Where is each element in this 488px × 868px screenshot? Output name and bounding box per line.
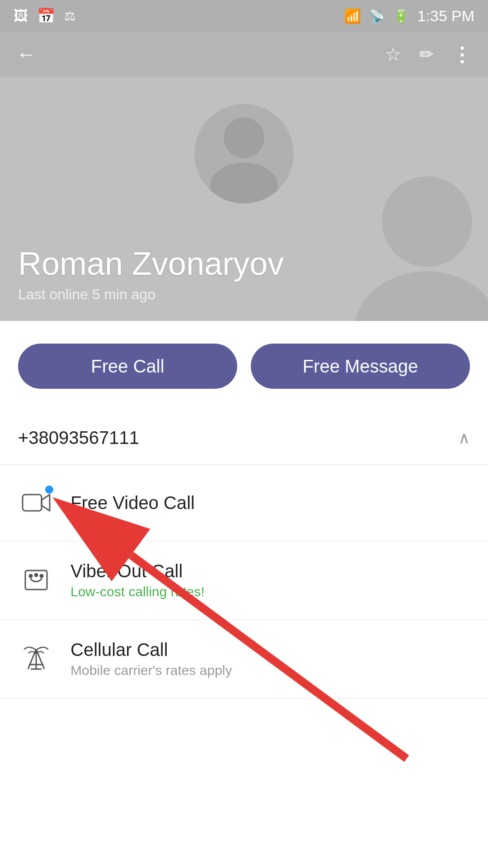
avatar-circle: [194, 104, 294, 203]
battery-icon: 🔋: [393, 9, 409, 24]
svg-rect-2: [23, 495, 42, 511]
phone-dots-icon: [22, 566, 51, 595]
cellular-call-option[interactable]: Cellular Call Mobile carrier's rates app…: [0, 620, 488, 698]
viber-out-option[interactable]: Viber Out Call Low-cost calling rates!: [0, 541, 488, 620]
viber-out-subtitle: Low-cost calling rates!: [70, 584, 205, 599]
cellular-call-subtitle: Mobile carrier's rates apply: [70, 663, 232, 678]
chevron-up-icon[interactable]: ∧: [458, 429, 470, 448]
viber-out-text: Viber Out Call Low-cost calling rates!: [70, 561, 205, 599]
viber-out-title: Viber Out Call: [70, 561, 205, 581]
avatar: [194, 104, 294, 203]
svg-point-1: [355, 271, 488, 321]
wifi-icon: 📶: [344, 8, 361, 24]
svg-point-5: [35, 574, 38, 576]
favorite-button[interactable]: ☆: [385, 44, 401, 65]
video-icon-container: [18, 485, 54, 521]
edit-button[interactable]: ✏: [419, 44, 434, 64]
svg-point-4: [29, 575, 32, 577]
video-call-title: Free Video Call: [70, 493, 195, 513]
phone-number: +38093567111: [18, 428, 139, 448]
clock: 1:35 PM: [417, 7, 474, 25]
more-button[interactable]: ⋮: [452, 43, 472, 66]
scale-icon: ⚖: [64, 9, 75, 24]
profile-header: Roman Zvonaryov Last online 5 min ago: [0, 77, 488, 321]
status-bar: 🖼 📅 ⚖ 📶 📡 🔋 1:35 PM: [0, 0, 488, 32]
svg-point-0: [382, 176, 472, 267]
cellular-icon-container: [18, 641, 54, 677]
free-call-button[interactable]: Free Call: [18, 344, 237, 389]
avatar-head: [224, 118, 264, 158]
video-call-option[interactable]: Free Video Call: [0, 465, 488, 541]
toolbar-actions: ☆ ✏ ⋮: [385, 43, 472, 66]
action-buttons: Free Call Free Message: [0, 321, 488, 411]
svg-marker-3: [42, 495, 50, 511]
cellular-call-title: Cellular Call: [70, 640, 232, 660]
background-avatar: [348, 167, 488, 321]
photo-icon: 🖼: [14, 8, 28, 24]
video-call-text: Free Video Call: [70, 493, 195, 513]
call-options-list: Free Video Call Viber Out Call Low-cost …: [0, 465, 488, 698]
phone-number-row[interactable]: +38093567111 ∧: [0, 411, 488, 465]
avatar-body: [210, 163, 278, 203]
viber-out-icon-container: [18, 562, 54, 599]
status-bar-left: 🖼 📅 ⚖: [14, 7, 75, 24]
signal-icon: 📡: [369, 9, 385, 24]
calendar-icon: 📅: [37, 7, 55, 24]
cellular-call-text: Cellular Call Mobile carrier's rates app…: [70, 640, 232, 678]
svg-point-6: [40, 575, 43, 577]
blue-dot-indicator: [45, 486, 53, 494]
back-button[interactable]: ←: [16, 43, 36, 66]
status-bar-right: 📶 📡 🔋 1:35 PM: [344, 7, 474, 25]
cellular-icon: [22, 645, 51, 674]
free-message-button[interactable]: Free Message: [251, 344, 470, 389]
toolbar: ← ☆ ✏ ⋮: [0, 32, 488, 77]
